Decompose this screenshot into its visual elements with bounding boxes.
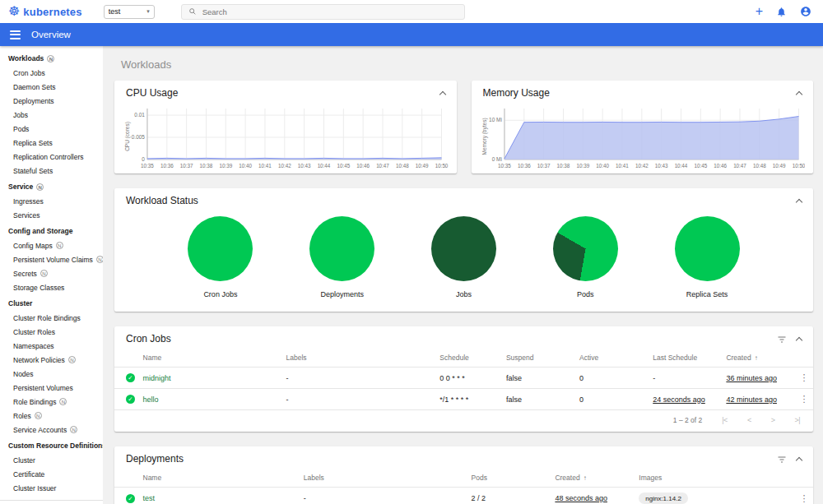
column-header-active[interactable]: Active bbox=[573, 349, 646, 368]
sidebar-section-config-and-storage[interactable]: Config and Storage bbox=[0, 222, 103, 238]
labels-value: - bbox=[286, 374, 289, 382]
namespaced-badge-icon: N bbox=[68, 356, 76, 363]
cpu-usage-chart: 00.0050.0110:3510:3610:3710:3810:3910:40… bbox=[114, 104, 457, 174]
sidebar-item-label: Nodes bbox=[13, 370, 34, 378]
sidebar-item-cluster-roles[interactable]: Cluster Roles bbox=[0, 325, 103, 339]
sidebar-item-ingresses[interactable]: Ingresses bbox=[0, 194, 103, 208]
sidebar-item-label: Daemon Sets bbox=[13, 83, 56, 91]
topbar: ☸ kubernetes test ▾ + bbox=[0, 0, 823, 23]
svg-text:10:39: 10:39 bbox=[219, 163, 232, 169]
sidebar-item-secrets[interactable]: SecretsN bbox=[0, 266, 103, 280]
sidebar-item-namespaces[interactable]: Namespaces bbox=[0, 339, 103, 353]
column-header-last-schedule[interactable]: Last Schedule bbox=[646, 349, 719, 368]
search-input[interactable] bbox=[202, 7, 458, 16]
search-bar[interactable] bbox=[181, 4, 465, 20]
sidebar-item-cluster[interactable]: Cluster bbox=[0, 453, 103, 467]
filter-icon[interactable] bbox=[777, 455, 787, 464]
resource-link[interactable]: midnight bbox=[143, 374, 171, 382]
cpu-usage-card: CPU Usage 00.0050.0110:3510:3610:3710:38… bbox=[114, 81, 457, 173]
resource-link[interactable]: hello bbox=[143, 395, 159, 404]
collapse-icon[interactable] bbox=[796, 198, 802, 205]
created-value: 48 seconds ago bbox=[555, 494, 607, 502]
sidebar-section-custom-resource-definitions[interactable]: Custom Resource Definitions bbox=[0, 437, 103, 453]
sidebar-item-daemon-sets[interactable]: Daemon Sets bbox=[0, 80, 103, 94]
sidebar-item-service-accounts[interactable]: Service AccountsN bbox=[0, 423, 103, 437]
column-header-schedule[interactable]: Schedule bbox=[433, 349, 500, 368]
sidebar-item-role-bindings[interactable]: Role BindingsN bbox=[0, 395, 103, 409]
sidebar-item-network-policies[interactable]: Network PoliciesN bbox=[0, 353, 103, 367]
menu-icon[interactable] bbox=[10, 30, 21, 39]
sidebar-item-certificate[interactable]: Certificate bbox=[0, 467, 103, 481]
last-page-icon[interactable]: >| bbox=[794, 416, 800, 424]
column-header-suspend[interactable]: Suspend bbox=[500, 349, 573, 368]
pagination-range: 1 – 2 of 2 bbox=[673, 416, 702, 424]
column-header-created[interactable]: Created↑ bbox=[548, 469, 632, 488]
collapse-icon[interactable] bbox=[796, 456, 802, 463]
collapse-icon[interactable] bbox=[796, 336, 802, 343]
sidebar-item-roles[interactable]: RolesN bbox=[0, 409, 103, 423]
brand[interactable]: ☸ kubernetes bbox=[8, 5, 82, 18]
sidebar-item-cluster-issuer[interactable]: Cluster Issuer bbox=[0, 481, 103, 495]
donut-chart[interactable] bbox=[309, 216, 374, 281]
collapse-icon[interactable] bbox=[439, 90, 445, 97]
workload-donut-deployments: Deployments bbox=[309, 216, 374, 298]
sidebar-item-pods[interactable]: Pods bbox=[0, 122, 103, 136]
svg-text:0: 0 bbox=[142, 156, 145, 162]
first-page-icon[interactable]: |< bbox=[722, 416, 728, 424]
appbar-title: Overview bbox=[31, 30, 71, 39]
row-menu-icon[interactable]: ⋮ bbox=[800, 372, 809, 382]
donut-chart[interactable] bbox=[431, 216, 496, 281]
sidebar-item-stateful-sets[interactable]: Stateful Sets bbox=[0, 164, 103, 178]
namespace-selector[interactable]: test ▾ bbox=[104, 5, 155, 19]
sidebar-item-storage-classes[interactable]: Storage Classes bbox=[0, 280, 103, 294]
collapse-icon[interactable] bbox=[796, 90, 802, 97]
sidebar-item-services[interactable]: Services bbox=[0, 208, 103, 222]
column-header-images[interactable]: Images bbox=[632, 469, 793, 488]
resource-link[interactable]: test bbox=[143, 494, 156, 502]
notifications-bell-icon[interactable] bbox=[776, 7, 787, 17]
sidebar-item-label: Stateful Sets bbox=[13, 167, 53, 175]
svg-text:0 Mi: 0 Mi bbox=[491, 156, 501, 162]
donut-chart[interactable] bbox=[188, 216, 253, 281]
filter-icon[interactable] bbox=[777, 335, 787, 344]
create-resource-icon[interactable]: + bbox=[756, 5, 763, 18]
labels-value: - bbox=[304, 494, 306, 502]
column-header-spacer bbox=[114, 469, 137, 488]
row-menu-icon[interactable]: ⋮ bbox=[800, 394, 809, 404]
column-header-labels[interactable]: Labels bbox=[297, 469, 465, 488]
sidebar-item-persistent-volume-claims[interactable]: Persistent Volume ClaimsN bbox=[0, 252, 103, 266]
sidebar-item-label: Cluster Issuer bbox=[13, 484, 56, 492]
sidebar-item-persistent-volumes[interactable]: Persistent Volumes bbox=[0, 381, 103, 395]
namespaced-badge-icon: N bbox=[36, 183, 44, 191]
sidebar-item-replica-sets[interactable]: Replica Sets bbox=[0, 136, 103, 150]
sidebar-item-deployments[interactable]: Deployments bbox=[0, 94, 103, 108]
column-header-pods[interactable]: Pods bbox=[465, 469, 549, 488]
column-header-name[interactable]: Name bbox=[137, 469, 297, 488]
row-menu-icon[interactable]: ⋮ bbox=[800, 493, 809, 503]
sidebar-item-label: Cluster Roles bbox=[13, 328, 55, 336]
column-header-name[interactable]: Name bbox=[137, 349, 280, 368]
sidebar-item-cluster-role-bindings[interactable]: Cluster Role Bindings bbox=[0, 311, 103, 325]
sidebar-item-replication-controllers[interactable]: Replication Controllers bbox=[0, 150, 103, 164]
status-ok-icon: ✓ bbox=[126, 395, 135, 404]
column-header-labels[interactable]: Labels bbox=[280, 349, 434, 368]
sidebar-item-nodes[interactable]: Nodes bbox=[0, 367, 103, 381]
sidebar-section-workloads[interactable]: WorkloadsN bbox=[0, 49, 103, 66]
last_schedule-value: - bbox=[653, 374, 655, 382]
sidebar-section-label: Service bbox=[8, 183, 33, 191]
next-page-icon[interactable]: > bbox=[771, 416, 775, 424]
sidebar-item-jobs[interactable]: Jobs bbox=[0, 108, 103, 122]
sidebar-section-cluster[interactable]: Cluster bbox=[0, 294, 103, 311]
donut-chart[interactable] bbox=[553, 216, 618, 281]
svg-text:10:36: 10:36 bbox=[517, 163, 530, 169]
column-header-spacer bbox=[793, 469, 813, 488]
sidebar-item-label: Network Policies bbox=[13, 356, 65, 364]
sidebar-item-config-maps[interactable]: Config MapsN bbox=[0, 238, 103, 252]
donut-chart[interactable] bbox=[675, 216, 740, 281]
created-value: 42 minutes ago bbox=[726, 395, 777, 404]
sidebar-section-service[interactable]: ServiceN bbox=[0, 178, 103, 194]
column-header-created[interactable]: Created↑ bbox=[719, 349, 793, 368]
user-account-icon[interactable] bbox=[800, 6, 811, 17]
sidebar-item-cron-jobs[interactable]: Cron Jobs bbox=[0, 66, 103, 80]
previous-page-icon[interactable]: < bbox=[747, 416, 751, 424]
